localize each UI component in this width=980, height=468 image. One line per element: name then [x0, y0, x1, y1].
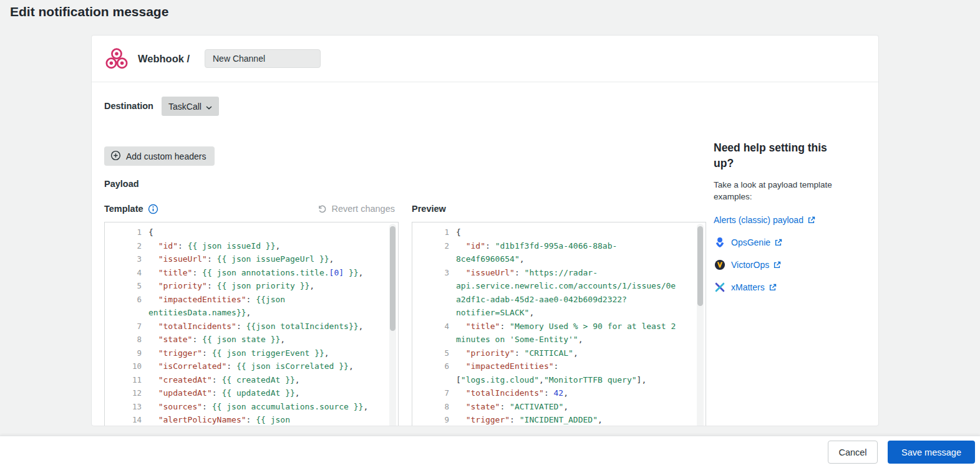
preview-code-editor[interactable]: 1{2 "id": "d1b1f3fd-995a-4066-88ab-8ce4f… [412, 222, 706, 426]
code-line: 2 "id": {{ json issueId }}, [105, 239, 398, 253]
line-number: 1 [105, 226, 142, 239]
code-line: 3 "issueUrl": {{ json issuePageUrl }}, [105, 252, 398, 266]
line-number: 3 [105, 252, 142, 266]
preview-label: Preview [412, 201, 446, 216]
line-number [105, 306, 142, 320]
line-number: 8 [412, 400, 449, 414]
footer-bar: Cancel Save message [0, 436, 980, 468]
info-icon[interactable] [148, 204, 158, 214]
save-button[interactable]: Save message [888, 441, 975, 464]
help-link-label: VictorOps [731, 260, 769, 270]
line-number: 6 [412, 360, 449, 373]
help-panel-title: Need help setting this up? [714, 140, 838, 171]
xmatters-icon [714, 281, 726, 294]
code-line: ["logs.itg.cloud","MonitorTTFB query"], [412, 373, 706, 387]
line-number: 4 [105, 266, 142, 280]
template-editor-scrollbar[interactable] [389, 224, 396, 426]
code-line: 4 "title": "Memory Used % > 90 for at le… [412, 320, 706, 333]
plus-circle-icon [110, 150, 121, 163]
opsgenie-icon [714, 236, 726, 249]
revert-changes-label: Revert changes [331, 204, 395, 214]
line-number: 10 [105, 360, 142, 373]
add-custom-headers-button[interactable]: Add custom headers [104, 146, 215, 166]
code-line: 10 "isCorrelated": {{ json isCorrelated … [105, 360, 398, 373]
line-number: 4 [412, 320, 449, 333]
code-line: 9 "trigger": "INCIDENT_ADDED", [412, 413, 706, 426]
help-link-xmatters[interactable]: xMatters [714, 276, 858, 298]
chevron-down-icon [206, 102, 212, 112]
code-line: 5 "priority": "CRITICAL", [412, 346, 706, 360]
destination-select[interactable]: TaskCall [162, 97, 219, 116]
external-link-icon [774, 239, 782, 247]
line-number: 5 [105, 279, 142, 293]
line-number: 9 [412, 413, 449, 426]
help-link-label: xMatters [731, 282, 765, 292]
revert-changes-button[interactable]: Revert changes [314, 203, 399, 214]
line-number [412, 333, 449, 346]
help-link-alerts-classic-payload[interactable]: Alerts (classic) payload [714, 209, 858, 231]
line-number: 2 [105, 239, 142, 253]
template-label: Template [104, 204, 143, 214]
preview-editor-scrollbar[interactable] [697, 224, 704, 426]
help-link-label: OpsGenie [731, 237, 770, 247]
preview-code-content: 1{2 "id": "d1b1f3fd-995a-4066-88ab-8ce4f… [412, 222, 706, 426]
code-line: 8ce4f6960654", [412, 252, 706, 266]
code-line: 7 "totalIncidents": {{json totalIncident… [105, 320, 398, 333]
webhook-icon [104, 46, 129, 71]
code-line: minutes on 'Some-Entity'", [412, 333, 706, 346]
line-number: 5 [412, 346, 449, 360]
code-line: 8 "state": {{ json state }}, [105, 333, 398, 346]
code-line: api.service.newrelic.com/accounts/1/issu… [412, 279, 706, 293]
code-line: 5 "priority": {{ json priority }}, [105, 279, 398, 293]
line-number: 8 [105, 333, 142, 346]
notification-message-card: Webhook / Destination TaskCall Add custo… [91, 35, 879, 426]
code-line: 11 "createdAt": {{ createdAt }}, [105, 373, 398, 387]
add-custom-headers-label: Add custom headers [126, 151, 206, 161]
line-number: 12 [105, 386, 142, 400]
code-line: notifier=SLACK", [412, 306, 706, 320]
template-code-editor[interactable]: 1{2 "id": {{ json issueId }},3 "issueUrl… [104, 222, 399, 426]
code-line: 1{ [105, 226, 398, 239]
help-link-victorops[interactable]: VictorOps [714, 254, 858, 276]
code-line: 6 "impactedEntities": [412, 360, 706, 373]
destination-selected-value: TaskCall [168, 102, 201, 112]
channel-name-input[interactable] [205, 49, 321, 68]
template-header-row: Template Revert changes [104, 201, 399, 216]
channel-header: Webhook / [92, 36, 878, 82]
line-number [412, 279, 449, 293]
payload-section-label: Payload [104, 179, 139, 189]
line-number: 7 [412, 386, 449, 400]
help-panel: Need help setting this up? Take a look a… [714, 140, 858, 298]
line-number: 11 [105, 373, 142, 387]
cancel-button[interactable]: Cancel [828, 441, 878, 464]
code-line: 8 "state": "ACTIVATED", [412, 400, 706, 414]
code-line: 3 "issueUrl": "https://radar- [412, 266, 706, 280]
external-link-icon [773, 261, 781, 269]
destination-label: Destination [104, 97, 153, 116]
line-number [412, 373, 449, 387]
code-line: 1{ [412, 226, 706, 239]
line-number: 3 [412, 266, 449, 280]
line-number [412, 293, 449, 307]
line-number: 9 [105, 346, 142, 360]
line-number: 6 [105, 293, 142, 307]
line-number: 2 [412, 239, 449, 253]
code-line: 6 "impactedEntities": {{json [105, 293, 398, 307]
code-line: 13 "sources": {{ json accumulations.sour… [105, 400, 398, 414]
help-panel-subtitle: Take a look at payload template examples… [714, 179, 846, 203]
line-number: 13 [105, 400, 142, 414]
code-line: a2df1c-adab-45d2-aae0-042b609d2322? [412, 293, 706, 307]
help-link-label: Alerts (classic) payload [714, 215, 803, 225]
line-number: 1 [412, 226, 449, 239]
channel-type-label: Webhook / [138, 36, 190, 82]
external-link-icon [807, 216, 815, 224]
line-number [412, 306, 449, 320]
code-line: 7 "totalIncidents": 42, [412, 386, 706, 400]
page-title: Edit notification message [10, 4, 168, 19]
help-link-opsgenie[interactable]: OpsGenie [714, 231, 858, 254]
line-number: 14 [105, 413, 142, 426]
code-line: 12 "updatedAt": {{ updatedAt }}, [105, 386, 398, 400]
line-number [412, 252, 449, 266]
template-code-content: 1{2 "id": {{ json issueId }},3 "issueUrl… [105, 222, 398, 426]
line-number: 7 [105, 320, 142, 333]
